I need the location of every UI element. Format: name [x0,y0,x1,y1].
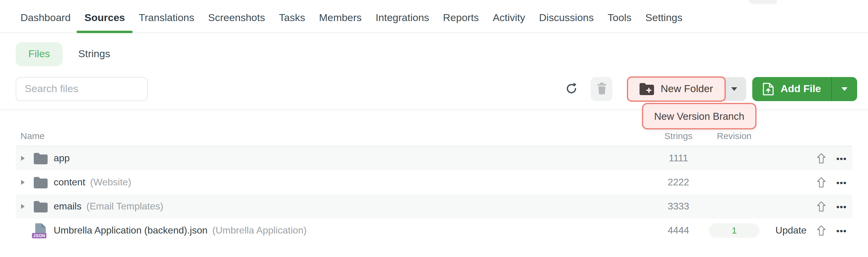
strings-count: 2222 [653,177,704,188]
toggle-strings[interactable]: Strings [79,48,110,60]
revision-badge[interactable]: 1 [709,223,760,238]
folder-icon [34,175,48,190]
more-actions-icon[interactable]: ••• [831,154,852,163]
search-input[interactable] [16,77,148,101]
table-row-app[interactable]: app 1111 ••• [16,146,852,170]
more-actions-icon[interactable]: ••• [831,178,852,187]
view-toggle: Files Strings [16,42,868,66]
strings-count: 1111 [653,153,704,164]
folder-name: content [54,177,85,188]
folder-name: emails [54,201,82,212]
table-row-emails[interactable]: emails (Email Templates) 3333 ••• [16,194,852,218]
expand-caret-icon[interactable] [21,156,25,161]
caret-down-icon [731,87,737,91]
tab-translations[interactable]: Translations [139,3,194,33]
tab-dashboard[interactable]: Dashboard [21,3,70,33]
caret-down-icon [841,87,847,91]
name-cell: emails (Email Templates) [16,199,653,214]
upload-icon[interactable] [811,225,831,236]
page: Dashboard Sources Translations Screensho… [0,0,868,257]
json-file-icon: JSON [34,223,48,238]
tab-activity[interactable]: Activity [493,3,525,33]
refresh-icon [565,81,578,97]
new-folder-split-button: New Folder [627,76,746,102]
expand-caret-icon[interactable] [21,204,25,209]
upload-icon[interactable] [811,177,831,188]
folder-annotation: (Website) [90,177,131,188]
expand-caret-icon[interactable] [21,180,25,185]
tab-reports[interactable]: Reports [443,3,479,33]
file-upload-icon [763,82,774,96]
strings-count: 4444 [653,225,704,236]
delete-button[interactable] [591,77,613,101]
strings-count: 3333 [653,201,704,212]
name-cell: app [16,151,653,166]
upload-icon[interactable] [811,153,831,164]
tab-integrations[interactable]: Integrations [375,3,429,33]
tab-settings[interactable]: Settings [645,3,682,33]
name-cell: JSON Umbrella Application (backend).json… [16,223,653,238]
tab-discussions[interactable]: Discussions [539,3,594,33]
add-file-label: Add File [781,83,821,95]
folder-icon [34,199,48,214]
folder-annotation: (Email Templates) [86,201,163,212]
new-folder-dropdown-button[interactable] [722,77,746,101]
trash-icon [596,82,607,96]
column-header-revision: Revision [704,131,764,141]
file-name: Umbrella Application (backend).json [54,225,208,236]
table-row-content[interactable]: content (Website) 2222 ••• [16,170,852,194]
tab-members[interactable]: Members [319,3,362,33]
tab-tools[interactable]: Tools [608,3,631,33]
json-type-badge: JSON [32,233,46,238]
menu-item-new-version-branch[interactable]: New Version Branch [642,103,756,130]
more-actions-icon[interactable]: ••• [831,226,852,235]
refresh-button[interactable] [564,77,579,101]
name-cell: content (Website) [16,175,653,190]
tab-screenshots[interactable]: Screenshots [208,3,265,33]
column-header-strings: Strings [653,131,704,141]
folder-name: app [54,153,70,164]
tab-tasks[interactable]: Tasks [279,3,305,33]
tab-sources[interactable]: Sources [84,3,125,33]
update-link[interactable]: Update [764,225,811,236]
project-nav: Dashboard Sources Translations Screensho… [0,0,868,33]
add-file-dropdown[interactable] [832,77,857,101]
add-file-main[interactable]: Add File [752,77,831,101]
files-toolbar: New Folder Add File [0,76,868,102]
toolbar-actions: New Folder Add File [564,76,857,102]
cropped-top-element [749,0,777,4]
upload-icon[interactable] [811,201,831,212]
folder-plus-icon [640,83,654,95]
more-actions-icon[interactable]: ••• [831,202,852,211]
new-folder-button[interactable]: New Folder [627,76,726,102]
new-folder-label: New Folder [661,83,713,95]
column-header-name: Name [16,131,653,141]
table-row-umbrella-json[interactable]: JSON Umbrella Application (backend).json… [16,218,852,243]
add-file-split-button[interactable]: Add File [752,77,857,101]
toggle-files[interactable]: Files [16,42,63,66]
revision-cell: 1 [704,223,764,238]
file-annotation: (Umbrella Application) [213,225,307,236]
folder-icon [34,151,48,166]
